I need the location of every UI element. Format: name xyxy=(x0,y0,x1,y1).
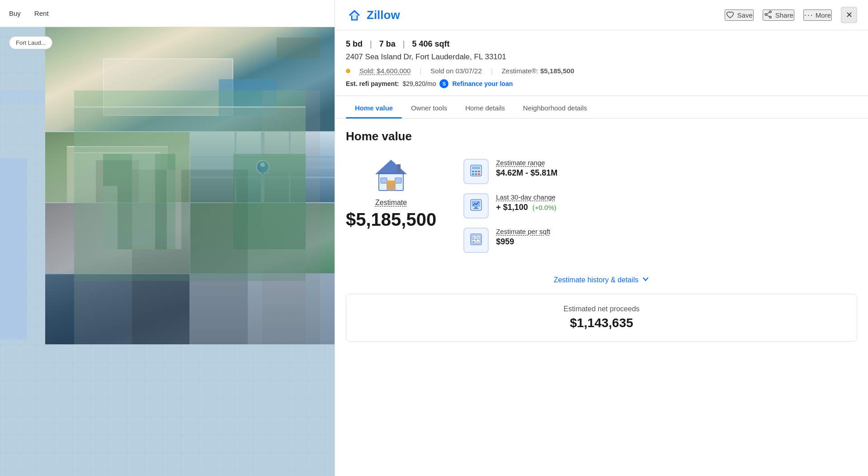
share-icon xyxy=(764,10,773,20)
svg-rect-28 xyxy=(475,173,477,175)
range-text: Zestimate range $4.62M - $5.81M xyxy=(496,159,557,178)
per-sqft-value: $959 xyxy=(496,237,550,247)
history-link[interactable]: Zestimate history & details xyxy=(346,267,857,294)
location-pill[interactable]: Fort Laud... xyxy=(9,36,52,49)
detail-header: Zillow Save xyxy=(335,0,868,30)
beds-stat: 5 bd xyxy=(346,39,363,49)
photos-container xyxy=(45,27,335,344)
zestimate-section: Zestimate $5,185,500 xyxy=(346,154,857,253)
net-proceeds-box: Estimated net proceeds $1,143,635 xyxy=(346,294,857,342)
house-zestimate-icon xyxy=(371,154,411,195)
sqft-icon: $ ft ■ ▲ xyxy=(469,232,483,248)
tab-owner-tools[interactable]: Owner tools xyxy=(402,98,456,118)
svg-rect-26 xyxy=(478,171,480,172)
tab-home-details[interactable]: Home details xyxy=(456,98,514,118)
zillow-logo[interactable]: Zillow xyxy=(346,6,400,24)
per-sqft-detail: $ ft ■ ▲ Zestimate per sqft $959 xyxy=(463,228,557,253)
svg-rect-31 xyxy=(472,201,480,207)
property-divider xyxy=(335,95,868,96)
zestimate-details: Zestimate range $4.62M - $5.81M xyxy=(463,154,557,253)
property-address: 2407 Sea Island Dr, Fort Lauderdale, FL … xyxy=(346,52,857,62)
history-link-text: Zestimate history & details xyxy=(554,276,639,284)
zestimate-main: Zestimate $5,185,500 xyxy=(346,154,436,230)
sep-1: | xyxy=(370,39,372,49)
nav-rent[interactable]: Rent xyxy=(34,10,49,17)
price-sep-2: | xyxy=(491,67,493,75)
close-button[interactable]: ✕ xyxy=(841,7,857,23)
header-actions: Save Share ··· More xyxy=(725,7,857,23)
photo-cell-5[interactable] xyxy=(45,274,189,344)
per-sqft-icon-box: $ ft ■ ▲ xyxy=(463,228,489,253)
tab-neighborhood-details[interactable]: Neighborhood details xyxy=(514,98,596,118)
photos-grid xyxy=(45,132,335,344)
refi-icon-wrap: S xyxy=(439,79,448,88)
per-sqft-label: Zestimate per sqft xyxy=(496,228,550,235)
range-detail: Zestimate range $4.62M - $5.81M xyxy=(463,159,557,184)
net-proceeds-value: $1,143,635 xyxy=(357,316,846,330)
svg-text:$: $ xyxy=(473,236,474,239)
svg-rect-27 xyxy=(472,173,474,175)
refi-link[interactable]: Refinance your loan xyxy=(452,80,513,87)
property-info: 5 bd | 7 ba | 5 406 sqft 2407 Sea Island… xyxy=(335,30,868,88)
svg-point-10 xyxy=(769,11,771,13)
share-label: Share xyxy=(775,11,793,19)
baths-stat: 7 ba xyxy=(379,39,396,49)
change-amount: + $1,100 (+0.0%) xyxy=(496,203,557,212)
range-icon-box xyxy=(463,159,489,184)
tabs-row: Home value Owner tools Home details Neig… xyxy=(335,98,868,119)
calculator-icon xyxy=(469,163,483,180)
more-dots-icon: ··· xyxy=(804,10,814,20)
close-icon: ✕ xyxy=(846,10,853,20)
price-sep-1: | xyxy=(420,67,421,75)
save-label: Save xyxy=(737,11,753,19)
detail-panel: Zillow Save xyxy=(335,0,868,476)
share-button[interactable]: Share xyxy=(763,10,794,21)
price-row: Sold: $4,600,000 | Sold on 03/07/22 | Ze… xyxy=(346,67,857,75)
zillow-text: Zillow xyxy=(367,8,400,22)
more-label: More xyxy=(816,11,831,19)
sqft-stat: 5 406 sqft xyxy=(412,39,449,49)
sold-dot-icon xyxy=(346,67,352,75)
sep-2: | xyxy=(403,39,405,49)
svg-text:▲: ▲ xyxy=(477,240,479,243)
svg-rect-33 xyxy=(473,208,479,209)
top-nav: Buy Rent xyxy=(0,0,335,27)
svg-line-13 xyxy=(767,12,769,14)
svg-rect-24 xyxy=(472,171,474,172)
svg-rect-19 xyxy=(395,178,401,183)
svg-marker-16 xyxy=(375,160,407,174)
svg-point-12 xyxy=(765,14,767,15)
zestimate-inline-label: Zestimate®: xyxy=(502,67,538,75)
chart-icon xyxy=(469,198,483,214)
sold-date: Sold on 03/07/22 xyxy=(430,67,481,75)
heart-icon xyxy=(726,10,735,20)
refi-label: Est. refi payment: xyxy=(346,80,399,87)
property-stats: 5 bd | 7 ba | 5 406 sqft xyxy=(346,39,857,49)
zestimate-inline: Zestimate®: $5,185,500 xyxy=(502,67,574,75)
save-button[interactable]: Save xyxy=(725,10,754,21)
svg-point-11 xyxy=(769,16,771,18)
refi-icon: S xyxy=(439,79,448,88)
range-label: Zestimate range xyxy=(496,159,557,167)
change-detail: Last 30-day change + $1,100 (+0.0%) xyxy=(463,193,557,219)
tab-home-value[interactable]: Home value xyxy=(346,98,402,118)
change-label: Last 30-day change xyxy=(496,193,557,201)
svg-rect-18 xyxy=(381,178,387,183)
svg-line-14 xyxy=(767,15,769,17)
svg-rect-20 xyxy=(397,164,401,172)
home-value-title: Home value xyxy=(346,129,857,143)
more-button[interactable]: ··· More xyxy=(803,10,832,21)
nav-buy[interactable]: Buy xyxy=(9,10,21,17)
zestimate-sub-label: Zestimate xyxy=(375,199,407,207)
zestimate-icon-wrap xyxy=(371,154,411,195)
per-sqft-text: Zestimate per sqft $959 xyxy=(496,228,550,247)
home-value-content: Home value xyxy=(335,119,868,294)
svg-rect-23 xyxy=(472,167,480,169)
sold-price: Sold: $4,600,000 xyxy=(359,67,410,75)
svg-rect-29 xyxy=(478,173,480,175)
svg-rect-25 xyxy=(475,171,477,172)
refi-row: Est. refi payment: $29,820/mo S Refinanc… xyxy=(346,79,857,88)
zillow-logo-icon xyxy=(346,6,363,24)
svg-rect-32 xyxy=(475,207,477,208)
change-pct: (+0.0%) xyxy=(533,204,557,211)
